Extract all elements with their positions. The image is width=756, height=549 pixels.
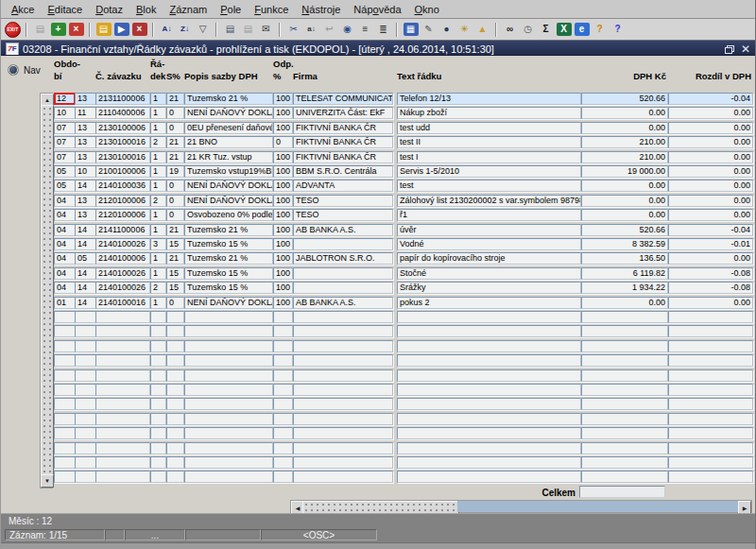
cell-sazba[interactable]: 0 <box>166 107 184 119</box>
cell-radek[interactable]: 1 <box>150 224 166 236</box>
empty-cell-odp[interactable] <box>273 340 293 352</box>
cell-firma[interactable]: TESO <box>293 209 393 221</box>
cell-firma[interactable]: TELESAT COMMUNICATIO <box>293 93 393 105</box>
cell-text-radku[interactable]: Telefon 12/13 <box>397 93 581 105</box>
cell-firma[interactable]: TESO <box>293 195 393 207</box>
empty-cell-radek[interactable] <box>150 456 166 469</box>
cell-zavazek[interactable]: 2120100006 <box>95 195 150 207</box>
helm-icon[interactable]: ✳ <box>455 21 473 38</box>
cell-sazba[interactable]: 21 <box>166 93 184 105</box>
cell-mesic[interactable]: 13 <box>75 209 96 221</box>
search-icon[interactable]: ◉ <box>338 21 356 38</box>
cell-popis[interactable]: 0EU přenesení daňové po <box>184 122 273 134</box>
empty-cell-popis[interactable] <box>184 471 273 483</box>
cell-firma[interactable]: UNIVERZITA Část: EkF <box>293 107 393 119</box>
cell-radek[interactable]: 1 <box>150 122 166 134</box>
empty-cell-zavazek[interactable] <box>95 354 150 367</box>
cell-text-radku[interactable]: Vodné <box>397 238 581 250</box>
empty-cell-mesic[interactable] <box>75 369 96 382</box>
cell-obdobi[interactable]: 04 <box>54 238 76 250</box>
cell-obdobi[interactable]: 07 <box>54 136 76 148</box>
cell-text-radku[interactable]: Nákup zboží <box>397 107 581 119</box>
cell-mesic[interactable]: 14 <box>75 282 96 294</box>
empty-cell-dph-kc[interactable] <box>581 398 668 410</box>
cell-firma[interactable] <box>293 238 393 250</box>
cell-mesic[interactable]: 05 <box>75 252 96 265</box>
empty-cell-firma[interactable] <box>293 369 393 382</box>
empty-cell-radek[interactable] <box>150 398 166 410</box>
empty-cell-mesic[interactable] <box>75 456 96 469</box>
empty-cell-zavazek[interactable] <box>95 442 150 455</box>
empty-cell-popis[interactable] <box>184 398 273 410</box>
horizontal-scrollbar[interactable]: ◀ ▶ <box>290 500 752 513</box>
cell-rozdil-dph[interactable]: -0.08 <box>668 282 753 294</box>
empty-cell-zavazek[interactable] <box>95 384 150 396</box>
cell-rozdil-dph[interactable]: 0.00 <box>668 165 753 178</box>
cell-popis[interactable]: NENÍ DAŇOVÝ DOKLAD - <box>184 195 273 207</box>
paste-icon[interactable]: a↓ <box>302 21 320 38</box>
cell-sazba[interactable]: 21 <box>166 136 184 148</box>
empty-cell-firma[interactable] <box>293 427 393 439</box>
help-wizard-icon[interactable]: ? <box>591 21 609 38</box>
cell-dph-kc[interactable]: 19 000.00 <box>581 165 668 178</box>
total-field[interactable] <box>579 486 665 498</box>
nav-toggle[interactable]: Nav <box>8 64 41 76</box>
empty-cell-mesic[interactable] <box>75 442 96 455</box>
cell-firma[interactable]: FIKTIVNÍ BANKA ČR <box>293 122 393 134</box>
cell-mesic[interactable]: 10 <box>75 165 96 178</box>
empty-cell-dph-kc[interactable] <box>581 456 668 469</box>
browser-icon[interactable]: e <box>573 21 591 38</box>
cell-odp[interactable]: 100 <box>273 252 293 265</box>
empty-cell-popis[interactable] <box>184 456 273 469</box>
cell-dph-kc[interactable]: 136.50 <box>581 252 668 265</box>
scroll-right-icon[interactable]: ▶ <box>738 501 751 514</box>
empty-cell-radek[interactable] <box>150 442 166 455</box>
empty-cell-odp[interactable] <box>273 427 293 439</box>
empty-cell-odp[interactable] <box>273 471 293 483</box>
cell-popis[interactable]: NENÍ DAŇOVÝ DOKLAD - <box>184 297 273 309</box>
empty-cell-firma[interactable] <box>293 384 393 396</box>
cell-dph-kc[interactable]: 0.00 <box>581 195 668 207</box>
horizontal-scroll-track[interactable] <box>457 501 740 512</box>
cell-popis[interactable]: Tuzemsko 21 % <box>184 224 273 236</box>
empty-cell-dph-kc[interactable] <box>581 384 668 396</box>
empty-cell-dph-kc[interactable] <box>581 471 668 483</box>
cell-odp[interactable]: 100 <box>273 165 293 178</box>
cell-odp[interactable]: 100 <box>273 282 293 294</box>
empty-cell-rozdil-dph[interactable] <box>668 456 753 469</box>
empty-cell-odp[interactable] <box>273 354 293 367</box>
empty-cell-radek[interactable] <box>150 471 166 483</box>
menu-item-dotaz[interactable]: Dotaz <box>89 2 129 17</box>
empty-cell-obdobi[interactable] <box>54 442 76 455</box>
calendar-icon[interactable]: ▦ <box>402 21 420 38</box>
cell-rozdil-dph[interactable]: -0.04 <box>668 224 753 236</box>
empty-cell-radek[interactable] <box>150 340 166 352</box>
print-icon[interactable]: ▤ <box>221 21 239 38</box>
empty-cell-text-radku[interactable] <box>397 456 581 469</box>
cell-dph-kc[interactable]: 210.00 <box>581 136 668 148</box>
cell-odp[interactable]: 100 <box>273 151 293 163</box>
cell-zavazek[interactable]: 2130100006 <box>95 122 150 134</box>
cell-popis[interactable]: 21 KR Tuz. vstup <box>184 151 273 163</box>
empty-cell-text-radku[interactable] <box>397 384 581 396</box>
empty-cell-obdobi[interactable] <box>54 384 76 396</box>
cell-obdobi[interactable]: 04 <box>54 224 76 236</box>
cell-dph-kc[interactable]: 520.66 <box>581 224 668 236</box>
empty-cell-firma[interactable] <box>293 311 393 323</box>
empty-cell-zavazek[interactable] <box>95 311 150 323</box>
cell-text-radku[interactable]: test udd <box>397 122 581 134</box>
editor-icon[interactable]: ≡ <box>356 21 374 38</box>
cell-rozdil-dph[interactable]: 0.00 <box>668 151 753 163</box>
cell-zavazek[interactable]: 2131100006 <box>95 93 150 105</box>
cell-sazba[interactable]: 15 <box>166 282 184 294</box>
empty-cell-sazba[interactable] <box>166 325 184 337</box>
cell-firma[interactable] <box>293 267 393 280</box>
empty-cell-rozdil-dph[interactable] <box>668 354 753 367</box>
vertical-scroll-thumb[interactable] <box>41 105 54 478</box>
cell-text-radku[interactable]: Zálohový list 2130200002 s var.symbolem … <box>397 195 581 207</box>
help-icon[interactable]: ? <box>609 21 627 38</box>
empty-cell-zavazek[interactable] <box>95 471 150 483</box>
cell-text-radku[interactable]: papír do kopírovacího stroje <box>397 252 581 265</box>
empty-cell-firma[interactable] <box>293 398 393 410</box>
empty-cell-obdobi[interactable] <box>54 456 76 469</box>
